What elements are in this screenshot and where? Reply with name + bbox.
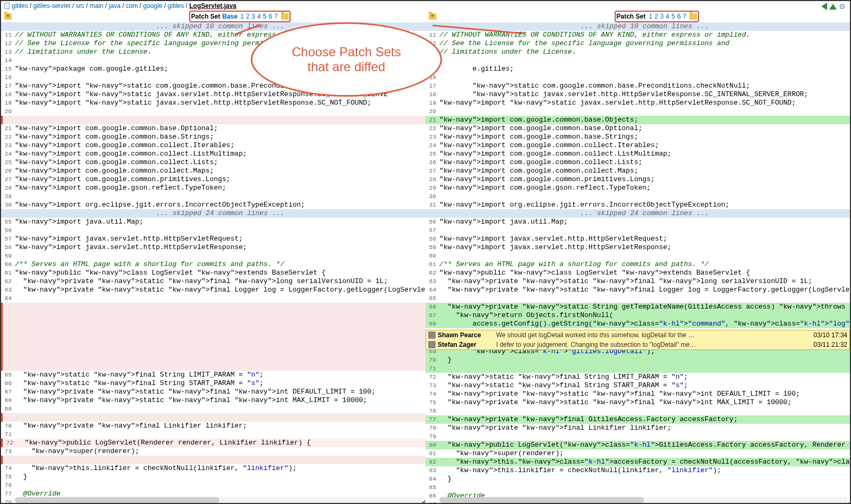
code-line[interactable]: 74 "kw-navy">private "kw-navy">static "k… [426,390,850,398]
nav-prev-icon[interactable] [821,3,827,10]
code-line[interactable]: 31"kw-navy">import org.eclipse.jgit.erro… [426,201,850,209]
h-scrollbar-left[interactable] [15,497,423,503]
code-line[interactable]: 61"kw-navy">public "kw-navy">class LogSe… [1,269,426,277]
code-line[interactable]: 63 "kw-navy">private "kw-navy">static "k… [1,286,426,294]
patchset-number[interactable]: 1 [649,13,652,20]
code-line[interactable] [1,337,426,345]
code-line[interactable]: 55"kw-navy">import java.util.Map; [1,218,426,226]
code-line[interactable]: 18 "kw-navy">static javax.servlet.http.H… [426,90,850,99]
code-line[interactable]: 65 "kw-navy">static "kw-navy">final Stri… [1,371,426,379]
code-line[interactable]: 81 "kw-navy">super(renderer); [426,449,850,458]
folder-icon[interactable] [281,13,288,20]
code-line[interactable]: 28"kw-navy">import com.google.gson.refle… [1,184,426,192]
code-line[interactable]: 19"kw-navy">import "kw-navy">static java… [1,99,426,107]
code-line[interactable]: 30"kw-navy">import org.eclipse.jgit.erro… [1,201,426,209]
code-line[interactable]: 16 [426,73,850,82]
patchset-base[interactable]: Base [223,13,238,20]
patchset-number[interactable]: 4 [257,13,261,20]
code-line[interactable]: 22"kw-navy">import com.google.common.bas… [426,124,850,133]
patchset-number[interactable]: 3 [252,13,256,20]
breadcrumb-link[interactable]: google [143,2,163,10]
code-line[interactable]: 23"kw-navy">import com.google.common.col… [1,141,426,150]
code-line[interactable]: 72 "kw-navy">public LogServlet(Renderer … [1,439,426,447]
code-line[interactable]: 56 [1,226,426,235]
code-line[interactable]: 62 "kw-navy">private "kw-navy">static "k… [1,277,426,286]
code-line[interactable]: 20 [1,107,426,116]
code-line[interactable]: 67 "kw-navy">return Objects.firstNonNull… [426,311,850,320]
patchset-number[interactable]: 2 [246,13,250,20]
code-line[interactable]: 64 [1,294,426,303]
code-line[interactable]: 78 "kw-navy">private "kw-navy">final Lin… [426,424,850,432]
code-line[interactable] [1,311,426,320]
breadcrumb-link[interactable]: gitiles [168,2,184,10]
breadcrumb-link[interactable]: com [126,2,138,10]
folder-expand-icon[interactable] [4,13,12,20]
code-line[interactable]: 71 [1,430,426,439]
code-line[interactable]: 67 "kw-navy">private "kw-navy">static "k… [1,388,426,396]
code-line[interactable]: 57 [426,226,850,235]
code-line[interactable]: 65 [426,294,850,303]
patchset-number[interactable]: 2 [654,13,658,20]
code-line[interactable]: 85 [426,483,850,492]
code-line[interactable]: 73 "kw-navy">static "kw-navy">final Stri… [426,381,850,390]
code-line[interactable]: 75 } [1,473,426,481]
code-line[interactable]: 21"kw-navy">import com.google.common.bas… [426,116,850,124]
code-line[interactable]: 21"kw-navy">import com.google.common.bas… [1,124,426,133]
code-line[interactable] [1,345,426,354]
code-line[interactable]: 58"kw-navy">import javax.servlet.http.Ht… [426,235,850,243]
patchset-number[interactable]: 6 [677,13,681,20]
breadcrumb-link[interactable]: gitiles [12,2,28,10]
code-line[interactable]: 15 e.gitiles; [426,65,850,73]
code-line[interactable] [1,303,426,311]
comment-row[interactable]: Stefan ZagerI defer to your judgement. C… [426,340,849,349]
folder-expand-icon[interactable] [429,13,436,20]
patchset-number[interactable]: 7 [683,13,686,20]
code-line[interactable]: 60 [426,252,850,260]
nav-up-icon[interactable] [829,4,837,10]
patchset-number[interactable]: 6 [269,13,273,20]
code-line[interactable]: 79 [426,432,850,441]
code-line[interactable]: 14 [426,56,850,65]
code-line[interactable]: 12// See the License for the specific la… [426,39,850,48]
code-line[interactable]: 82 "kw-navy">this."kw-navy">class="k-hl"… [426,458,850,466]
code-line[interactable]: 57"kw-navy">import javax.servlet.http.Ht… [1,235,426,243]
code-line[interactable]: 24"kw-navy">import com.google.common.col… [1,150,426,158]
code-line[interactable] [1,362,426,371]
code-line[interactable]: 66 "kw-navy">static "kw-navy">final Stri… [1,379,426,388]
code-line[interactable]: 24"kw-navy">import com.google.common.col… [426,141,850,150]
code-line[interactable] [1,456,426,464]
patchset-selector-right[interactable]: Patch Set1234567 [615,11,700,22]
code-line[interactable]: 69 [1,405,426,413]
code-line[interactable]: 58"kw-navy">import javax.servlet.http.Ht… [1,243,426,252]
patchset-number[interactable]: 7 [274,13,278,20]
patchset-number[interactable]: 5 [671,13,675,20]
patchset-number[interactable]: 4 [666,13,669,20]
code-line[interactable]: 17 "kw-navy">static com.google.common.ba… [426,82,850,90]
comment-row[interactable]: Shawn PearceWe should get logDetail work… [426,330,849,340]
code-line[interactable]: 80 "kw-navy">public LogServlet("kw-navy"… [426,441,850,449]
patchset-number[interactable]: 5 [263,13,267,20]
code-line[interactable]: 63 "kw-navy">private "kw-navy">static "k… [426,277,850,286]
code-line[interactable]: 73 "kw-navy">super(renderer); [1,447,426,456]
breadcrumb-link[interactable]: src [76,2,84,10]
code-line[interactable]: 70 } [426,356,850,364]
folder-icon[interactable] [690,13,697,20]
code-line[interactable] [1,354,426,362]
code-line[interactable]: 56"kw-navy">import java.util.Map; [426,218,850,226]
code-line[interactable]: 76 [426,407,850,415]
code-line[interactable]: 59"kw-navy">import javax.servlet.http.Ht… [426,243,850,252]
code-line[interactable]: 23"kw-navy">import com.google.common.bas… [426,133,850,141]
breadcrumb-link[interactable]: gitiles-servlet [33,2,71,10]
patchset-selector-left[interactable]: Patch SetBase1234567 [189,11,291,22]
code-line[interactable]: 70 "kw-navy">private "kw-navy">final Lin… [1,422,426,430]
code-line[interactable]: 62"kw-navy">public "kw-navy">class LogSe… [426,269,850,277]
code-line[interactable]: 25"kw-navy">import com.google.common.col… [426,150,850,158]
code-line[interactable]: ... skipped 24 common lines ... [1,209,426,218]
code-line[interactable]: 72 "kw-navy">static "kw-navy">final Stri… [426,373,850,381]
code-line[interactable]: 71 [426,364,850,373]
code-line[interactable]: ... skipped 24 common lines ... [426,209,850,218]
code-line[interactable]: 66 "kw-navy">private "kw-navy">static St… [426,303,850,311]
code-line[interactable]: 30 [426,192,850,201]
gear-icon[interactable]: ⚙ [839,2,846,11]
code-line[interactable]: 68 access.getConfig().getString("kw-navy… [426,320,850,328]
